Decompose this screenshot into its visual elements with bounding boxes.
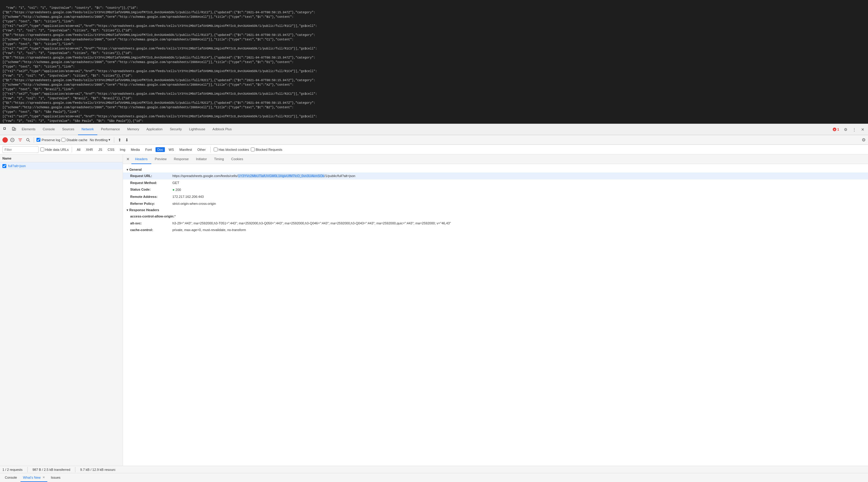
json-content-area: "row": "1", "col": "1", "inputValue": "c… (0, 0, 868, 124)
json-content-text: "row": "1", "col": "1", "inputValue": "c… (2, 6, 317, 124)
